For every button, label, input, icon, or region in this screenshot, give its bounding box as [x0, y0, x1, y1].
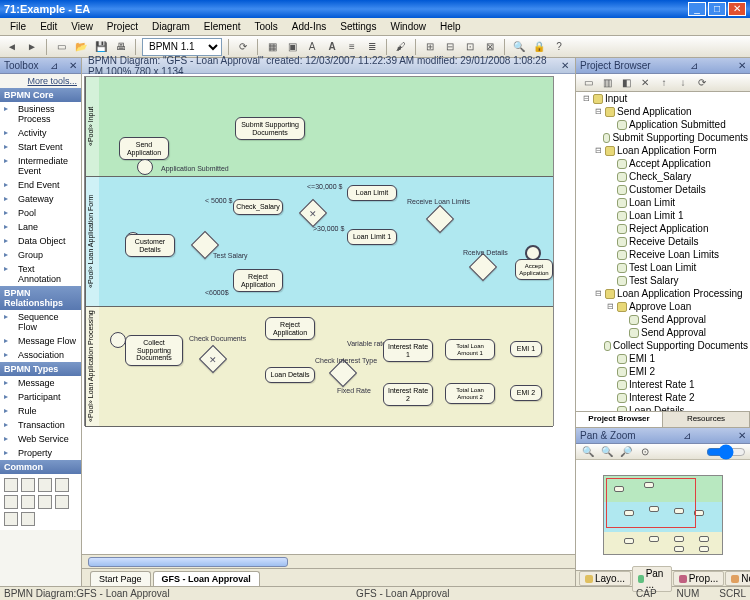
toolbox-item-business-process[interactable]: Business Process [0, 102, 81, 126]
print-icon[interactable]: 🖶 [113, 39, 129, 55]
zoom-fit-icon[interactable]: 🔍 [580, 444, 596, 460]
menu-diagram[interactable]: Diagram [146, 20, 196, 33]
layout4-icon[interactable]: ⊠ [482, 39, 498, 55]
tree-node[interactable]: Receive Details [576, 235, 750, 248]
toolbox-more-tools[interactable]: More tools... [0, 74, 81, 88]
diagram-close-icon[interactable]: ✕ [561, 60, 569, 71]
layout2-icon[interactable]: ⊟ [442, 39, 458, 55]
tree-node[interactable]: Accept Application [576, 157, 750, 170]
tree-node[interactable]: Interest Rate 1 [576, 378, 750, 391]
menu-edit[interactable]: Edit [34, 20, 63, 33]
task-reject-application[interactable]: Reject Application [233, 269, 283, 292]
up-icon[interactable]: ↑ [656, 75, 672, 91]
tree-node[interactable]: Receive Loan Limits [576, 248, 750, 261]
open-icon[interactable]: 📂 [73, 39, 89, 55]
menu-addins[interactable]: Add-Ins [286, 20, 332, 33]
right-tab-project-browser[interactable]: Project Browser [576, 412, 663, 427]
toolbox-item-data-object[interactable]: Data Object [0, 234, 81, 248]
common-shape-icon[interactable] [4, 512, 18, 526]
profile-combo[interactable]: BPMN 1.1 [142, 38, 222, 56]
menu-project[interactable]: Project [101, 20, 144, 33]
zoom-out-icon[interactable]: 🔎 [618, 444, 634, 460]
text-icon[interactable]: A [304, 39, 320, 55]
horizontal-scrollbar[interactable] [82, 554, 575, 568]
menu-file[interactable]: File [4, 20, 32, 33]
tree-node[interactable]: Loan Limit [576, 196, 750, 209]
close-button[interactable]: ✕ [728, 2, 746, 16]
bottom-tab-layo...[interactable]: Layo... [579, 571, 631, 586]
common-shape-icon[interactable] [4, 495, 18, 509]
zoom-slider[interactable] [706, 444, 746, 460]
toolbox-item-web-service[interactable]: Web Service [0, 432, 81, 446]
toolbox-item-pool[interactable]: Pool [0, 206, 81, 220]
save-icon[interactable]: 💾 [93, 39, 109, 55]
delete-icon[interactable]: ✕ [637, 75, 653, 91]
refresh-tree-icon[interactable]: ⟳ [694, 75, 710, 91]
expand-icon[interactable]: ⊟ [606, 302, 615, 311]
zoom-in-icon[interactable]: 🔍 [511, 39, 527, 55]
help-icon[interactable]: ? [551, 39, 567, 55]
new-element-icon[interactable]: ◧ [618, 75, 634, 91]
toolbox-item-message[interactable]: Message [0, 376, 81, 390]
project-tree[interactable]: ⊟Input⊟Send ApplicationApplication Submi… [576, 92, 750, 411]
pin-icon[interactable]: ⊿ [690, 60, 698, 71]
panzoom-view[interactable] [576, 460, 750, 570]
tree-node[interactable]: Send Approval [576, 313, 750, 326]
layout1-icon[interactable]: ⊞ [422, 39, 438, 55]
toolbox-item-message-flow[interactable]: Message Flow [0, 334, 81, 348]
center-tab-start-page[interactable]: Start Page [90, 571, 151, 586]
event-app-submitted[interactable] [137, 159, 153, 175]
new-package-icon[interactable]: ▭ [580, 75, 596, 91]
toolbox-item-gateway[interactable]: Gateway [0, 192, 81, 206]
tree-node[interactable]: ⊟Loan Application Form [576, 144, 750, 157]
tree-node[interactable]: ⊟Loan Application Processing [576, 287, 750, 300]
menu-element[interactable]: Element [198, 20, 247, 33]
panzoom-close-icon[interactable]: ✕ [738, 430, 746, 441]
common-shape-icon[interactable] [21, 512, 35, 526]
maximize-button[interactable]: □ [708, 2, 726, 16]
toolbox-cat-common[interactable]: Common [0, 460, 81, 474]
toolbox-item-property[interactable]: Property [0, 446, 81, 460]
toolbox-cat-bpmn-core[interactable]: BPMN Core [0, 88, 81, 102]
diagram-canvas[interactable]: «Pool» Input «Pool» Loan Application For… [84, 76, 554, 426]
task-emi2[interactable]: EMI 2 [510, 385, 542, 401]
common-shape-icon[interactable] [55, 495, 69, 509]
toolbox-item-lane[interactable]: Lane [0, 220, 81, 234]
task-emi1[interactable]: EMI 1 [510, 341, 542, 357]
tree-node[interactable]: Loan Details [576, 404, 750, 411]
tree-node[interactable]: Collect Supporting Documents [576, 339, 750, 352]
task-interest-rate1[interactable]: Interest Rate 1 [383, 339, 433, 362]
common-shape-icon[interactable] [55, 478, 69, 492]
menu-tools[interactable]: Tools [248, 20, 283, 33]
expand-icon[interactable]: ⊟ [594, 146, 603, 155]
tree-node[interactable]: Submit Supporting Documents [576, 131, 750, 144]
toolbox-item-transaction[interactable]: Transaction [0, 418, 81, 432]
task-send-application[interactable]: Send Application [119, 137, 169, 160]
align-center-icon[interactable]: ≣ [364, 39, 380, 55]
common-shape-icon[interactable] [38, 478, 52, 492]
toolbox-cat-bpmn-relationships[interactable]: BPMN Relationships [0, 286, 81, 310]
tree-node[interactable]: EMI 1 [576, 352, 750, 365]
layout3-icon[interactable]: ⊡ [462, 39, 478, 55]
tree-node[interactable]: Loan Limit 1 [576, 209, 750, 222]
tree-node[interactable]: Send Approval [576, 326, 750, 339]
browser-close-icon[interactable]: ✕ [738, 60, 746, 71]
minimize-button[interactable]: _ [688, 2, 706, 16]
task-interest-rate2[interactable]: Interest Rate 2 [383, 383, 433, 406]
zoom-in-icon[interactable]: 🔍 [599, 444, 615, 460]
common-shape-icon[interactable] [4, 478, 18, 492]
toolbox-item-activity[interactable]: Activity [0, 126, 81, 140]
toolbox-item-text-annotation[interactable]: Text Annotation [0, 262, 81, 286]
expand-icon[interactable]: ⊟ [594, 107, 603, 116]
new-icon[interactable]: ▭ [53, 39, 69, 55]
toolbox-item-group[interactable]: Group [0, 248, 81, 262]
task-loan-details[interactable]: Loan Details [265, 367, 315, 383]
back-icon[interactable]: ◄ [4, 39, 20, 55]
tree-node[interactable]: EMI 2 [576, 365, 750, 378]
down-icon[interactable]: ↓ [675, 75, 691, 91]
task-reject-app2[interactable]: Reject Application [265, 317, 315, 340]
toolbox-item-association[interactable]: Association [0, 348, 81, 362]
pool-processing[interactable]: «Pool» Loan Application Processing [85, 307, 553, 427]
pool-input[interactable]: «Pool» Input [85, 77, 553, 177]
tree-node[interactable]: ⊟Send Application [576, 105, 750, 118]
